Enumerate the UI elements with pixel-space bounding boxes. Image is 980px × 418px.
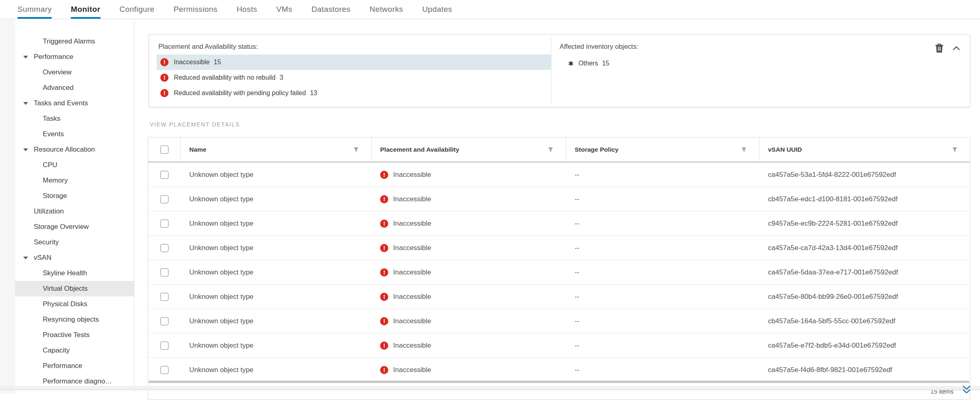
sidebar-item-label: Events [43,130,64,138]
status-summary-card: Placement and Availability status: !Inac… [149,34,970,107]
row-checkbox[interactable] [160,220,168,228]
sidebar-item-capacity[interactable]: Capacity [15,343,134,358]
row-checkbox[interactable] [160,342,168,350]
sidebar-item-label: Memory [43,176,68,184]
filter-button[interactable] [548,147,553,152]
row-checkbox[interactable] [160,268,168,276]
collapse-panel-button[interactable] [952,45,961,52]
tab-networks[interactable]: Networks [370,0,403,19]
sidebar-item-proactive-tests[interactable]: Proactive Tests [15,327,134,343]
tab-datastores[interactable]: Datastores [311,0,350,19]
row-checkbox[interactable] [160,317,168,325]
cell-vsan-uuid: cb457a5e-edc1-d100-8181-001e67592edf [759,187,970,211]
row-checkbox[interactable] [160,171,168,179]
sidebar-item-cpu[interactable]: CPU [15,157,134,173]
sidebar-item-triggered-alarms[interactable]: Triggered Alarms [15,34,134,49]
panel-divider [551,38,551,103]
sidebar-item-label: Skyline Health [43,269,87,277]
bottom-divider [0,386,980,390]
sidebar-gutter [0,20,15,394]
sidebar-item-memory[interactable]: Memory [15,173,134,188]
caret-down-icon[interactable] [23,257,28,259]
tab-hosts[interactable]: Hosts [236,0,257,19]
row-checkbox[interactable] [160,244,168,252]
sidebar-item-skyline-health[interactable]: Skyline Health [15,266,134,281]
funnel-icon [548,147,553,152]
status-text: Inaccessible [393,317,431,325]
status-row-inaccessible[interactable]: !Inaccessible15 [157,54,551,70]
filter-button[interactable] [741,147,747,152]
row-checkbox[interactable] [160,293,168,301]
sidebar-item-security[interactable]: Security [15,235,134,250]
tab-monitor[interactable]: Monitor [71,0,100,19]
sidebar-item-utilization[interactable]: Utilization [15,204,134,219]
tab-configure[interactable]: Configure [120,0,155,19]
caret-down-icon[interactable] [23,102,28,105]
affected-row-others: ✱Others15 [568,56,609,71]
row-checkbox[interactable] [160,195,168,203]
tab-summary[interactable]: Summary [18,0,52,19]
error-icon: ! [380,317,388,325]
sidebar-item-tasks[interactable]: Tasks [15,111,134,126]
sidebar-item-advanced[interactable]: Advanced [15,80,134,96]
table-row[interactable]: Unknown object type!Inaccessible--cb457a… [148,309,970,333]
sidebar-item-performance[interactable]: Performance [15,49,134,65]
status-text: Inaccessible [393,171,431,179]
sidebar-item-label: Tasks and Events [34,99,88,107]
sidebar-item-label: Resyncing objects [43,316,99,323]
cell-storage-policy: -- [566,309,759,333]
tab-permissions[interactable]: Permissions [174,0,218,19]
table-row[interactable]: Unknown object type!Inaccessible--ca457a… [148,236,970,260]
sidebar-item-virtual-objects[interactable]: Virtual Objects [15,281,134,296]
cell-storage-policy: -- [566,260,759,284]
column-header-name: Name [181,137,372,161]
sidebar-item-label: Utilization [34,207,64,215]
header-checkbox-cell [148,137,181,161]
expand-panel-button[interactable] [961,385,972,396]
status-panel-title: Placement and Availability status: [158,43,258,50]
caret-down-icon[interactable] [23,148,28,151]
filter-button[interactable] [952,147,958,152]
sidebar-item-resyncing-objects[interactable]: Resyncing objects [15,312,134,327]
main-content: Placement and Availability status: !Inac… [134,20,980,418]
row-checkbox[interactable] [160,366,168,374]
table-row[interactable]: Unknown object type!Inaccessible--ca457a… [148,358,970,382]
table-row[interactable]: Unknown object type!Inaccessible--ca457a… [148,285,970,309]
table-row[interactable]: Unknown object type!Inaccessible--c9457a… [148,211,970,236]
cell-vsan-uuid: ca457a5e-53a1-5fd4-8222-001e67592edf [759,163,970,187]
table-header: NamePlacement and AvailabilityStorage Po… [148,137,970,163]
status-row-reduced-availability-with-no-rebuild[interactable]: !Reduced availability with no rebuild3 [157,70,551,85]
sidebar-item-events[interactable]: Events [15,126,134,142]
sidebar-item-physical-disks[interactable]: Physical Disks [15,296,134,312]
sidebar-item-storage[interactable]: Storage [15,188,134,204]
column-header-placement-and-availability: Placement and Availability [372,137,566,161]
trash-icon [934,43,944,53]
cell-placement-availability: !Inaccessible [372,187,566,211]
tab-updates[interactable]: Updates [422,0,452,19]
sidebar-item-storage-overview[interactable]: Storage Overview [15,219,134,235]
tab-vms[interactable]: VMs [276,0,292,19]
error-icon: ! [160,58,168,66]
column-header-label: Placement and Availability [380,146,548,153]
status-row-reduced-availability-with-pending-policy-failed[interactable]: !Reduced availability with pending polic… [157,85,551,101]
sidebar-item-resource-allocation[interactable]: Resource Allocation [15,142,134,157]
sidebar-item-tasks-and-events[interactable]: Tasks and Events [15,96,134,111]
error-icon: ! [380,244,388,252]
sidebar-item-overview[interactable]: Overview [15,65,134,80]
cell-name: Unknown object type [181,211,372,235]
table-row[interactable]: Unknown object type!Inaccessible--ca457a… [148,260,970,285]
funnel-icon [741,147,747,152]
table-row[interactable]: Unknown object type!Inaccessible--cb457a… [148,187,970,211]
filter-button[interactable] [353,147,359,152]
table-row[interactable]: Unknown object type!Inaccessible--ca457a… [148,333,970,358]
tab-bar: SummaryMonitorConfigurePermissionsHostsV… [0,0,980,19]
status-text: Inaccessible [393,195,431,203]
table-row[interactable]: Unknown object type!Inaccessible--ca457a… [148,163,970,187]
delete-button[interactable] [934,43,945,54]
sidebar-item-vsan[interactable]: vSAN [15,250,134,266]
caret-down-icon[interactable] [23,56,28,59]
status-count: 13 [310,89,317,97]
select-all-checkbox[interactable] [160,146,168,154]
cell-placement-availability: !Inaccessible [372,309,566,333]
sidebar-item-performance[interactable]: Performance [15,358,134,374]
